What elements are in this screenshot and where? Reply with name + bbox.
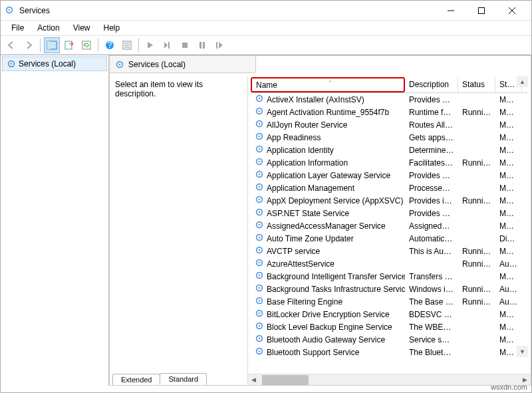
column-header-name-label: Name — [256, 80, 277, 90]
svg-rect-19 — [203, 42, 205, 49]
list-panel: Name ⌃ Description Status Startu ActiveX… — [248, 76, 531, 385]
service-row[interactable]: Application ManagementProcesses in...Man… — [251, 182, 528, 194]
maximize-button[interactable] — [466, 1, 497, 21]
menu-file[interactable]: File — [5, 22, 31, 34]
gear-icon — [255, 346, 264, 358]
svg-point-1 — [9, 9, 11, 11]
service-name-label: ActiveX Installer (AxInstSV) — [267, 95, 364, 104]
column-header-name[interactable]: Name ⌃ — [251, 77, 405, 92]
forward-button[interactable] — [21, 37, 37, 53]
service-row[interactable]: Agent Activation Runtime_9554f7bRuntime … — [251, 106, 528, 118]
service-row[interactable]: Block Level Backup Engine ServiceThe WBE… — [251, 321, 528, 333]
scroll-thumb[interactable] — [262, 375, 309, 385]
service-row[interactable]: Application Layer Gateway ServiceProvide… — [251, 169, 528, 182]
service-name-label: Base Filtering Engine — [267, 297, 342, 307]
service-status-cell: Running — [458, 285, 495, 294]
menu-view[interactable]: View — [66, 22, 97, 34]
properties-button[interactable] — [119, 37, 135, 53]
back-button[interactable] — [3, 37, 19, 53]
service-startup-cell: Autor — [495, 297, 522, 307]
gear-icon — [255, 119, 264, 130]
service-startup-cell: Manu — [495, 120, 522, 130]
service-startup-cell: Autor — [495, 259, 522, 269]
restart-service-button[interactable] — [211, 37, 227, 53]
start-service-button[interactable] — [142, 37, 158, 53]
service-startup-cell: Manu — [495, 310, 522, 319]
service-row[interactable]: App ReadinessGets apps re...Manu — [251, 131, 528, 144]
service-row[interactable]: AppX Deployment Service (AppXSVC)Provide… — [251, 194, 528, 207]
service-name-cell: AssignedAccessManager Service — [251, 220, 405, 231]
service-row[interactable]: ActiveX Installer (AxInstSV)Provides Us.… — [251, 93, 528, 106]
service-description-cell: Transfers fil... — [405, 272, 458, 281]
gear-icon — [255, 195, 264, 206]
tab-extended[interactable]: Extended — [112, 374, 160, 385]
service-startup-cell: Disab — [495, 234, 522, 243]
service-row[interactable]: BitLocker Drive Encryption ServiceBDESVC… — [251, 308, 528, 321]
minimize-button[interactable] — [436, 1, 466, 21]
gear-icon — [255, 296, 264, 307]
skip-button[interactable] — [160, 37, 176, 53]
gear-icon — [255, 271, 264, 282]
refresh-button[interactable] — [78, 37, 94, 53]
service-row[interactable]: Auto Time Zone UpdaterAutomatica...Disab — [251, 232, 528, 245]
svg-point-24 — [119, 63, 121, 65]
column-header-row: Name ⌃ Description Status Startu — [251, 77, 528, 93]
menu-action[interactable]: Action — [31, 22, 66, 34]
nav-services-local[interactable]: Services (Local) — [2, 57, 107, 71]
service-row[interactable]: Base Filtering EngineThe Base Fil...Runn… — [251, 295, 528, 308]
svg-rect-16 — [168, 42, 170, 49]
tab-standard[interactable]: Standard — [160, 373, 207, 385]
close-button[interactable] — [497, 1, 527, 21]
service-row[interactable]: AssignedAccessManager ServiceAssignedAc.… — [251, 219, 528, 232]
scroll-down-icon[interactable]: ▼ — [517, 346, 528, 357]
export-list-button[interactable] — [61, 37, 77, 53]
service-startup-cell: Manu — [495, 323, 522, 332]
service-row[interactable]: Bluetooth Audio Gateway ServiceService s… — [251, 333, 528, 346]
pause-service-button[interactable] — [194, 37, 210, 53]
service-name-label: AssignedAccessManager Service — [267, 221, 386, 231]
svg-rect-18 — [200, 42, 201, 49]
service-name-cell: Bluetooth Audio Gateway Service — [251, 334, 405, 345]
gear-icon — [255, 309, 264, 320]
services-list[interactable]: ActiveX Installer (AxInstSV)Provides Us.… — [251, 93, 528, 374]
help-button[interactable]: ? — [102, 37, 118, 53]
service-startup-cell: Manu — [495, 133, 522, 142]
service-row[interactable]: Background Tasks Infrastructure ServiceW… — [251, 283, 528, 295]
service-description-cell: Provides su... — [405, 171, 458, 180]
horizontal-scrollbar[interactable]: ◀ ▶ — [248, 374, 531, 385]
service-name-cell: Application Identity — [251, 144, 405, 156]
service-description-cell: This is Audi... — [405, 247, 458, 256]
tabs: Extended Standard — [110, 370, 206, 385]
stop-service-button[interactable] — [177, 37, 193, 53]
svg-point-26 — [259, 98, 261, 100]
service-name-label: Application Identity — [267, 146, 334, 155]
service-row[interactable]: Background Intelligent Transfer ServiceT… — [251, 270, 528, 283]
show-hide-tree-button[interactable] — [44, 37, 60, 53]
column-header-status[interactable]: Status — [458, 77, 495, 92]
menubar: File Action View Help — [1, 21, 531, 35]
svg-point-36 — [259, 161, 261, 163]
service-row[interactable]: ASP.NET State ServiceProvides su...Manu — [251, 207, 528, 219]
service-name-cell: Application Layer Gateway Service — [251, 170, 405, 181]
service-row[interactable]: Application InformationFacilitates t...R… — [251, 156, 528, 169]
menu-help[interactable]: Help — [97, 22, 127, 34]
svg-point-62 — [259, 325, 261, 327]
service-name-label: App Readiness — [267, 133, 321, 142]
content-pane: Services (Local) Select an item to view … — [109, 55, 531, 386]
service-description-cell: BDESVC hos... — [405, 310, 458, 319]
service-row[interactable]: Bluetooth Support ServiceThe Bluetoo...M… — [251, 346, 528, 358]
gear-icon — [255, 182, 264, 194]
service-row[interactable]: AllJoyn Router ServiceRoutes AllJo...Man… — [251, 118, 528, 131]
scroll-up-icon[interactable]: ▲ — [517, 76, 528, 87]
service-name-cell: Bluetooth Support Service — [251, 346, 405, 358]
service-row[interactable]: AzureAttestServiceRunningAutor — [251, 257, 528, 270]
service-row[interactable]: AVCTP serviceThis is Audi...RunningManu — [251, 245, 528, 257]
service-name-cell: Application Information — [251, 157, 405, 168]
service-name-cell: AppX Deployment Service (AppXSVC) — [251, 195, 405, 206]
service-row[interactable]: Application IdentityDetermines ...Manu — [251, 144, 528, 156]
column-header-description[interactable]: Description — [405, 77, 458, 92]
service-name-label: ASP.NET State Service — [267, 209, 349, 218]
service-description-cell: Windows in... — [405, 285, 458, 294]
services-icon — [5, 5, 15, 16]
scroll-left-icon[interactable]: ◀ — [248, 374, 259, 386]
